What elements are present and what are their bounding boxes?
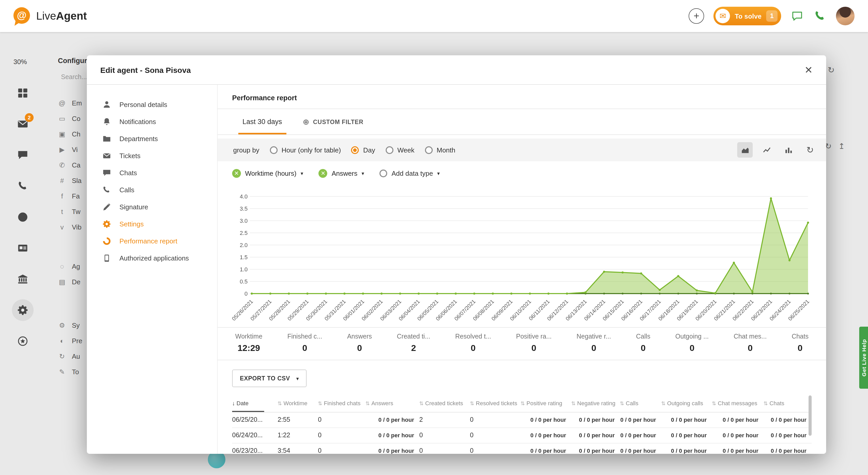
col-chat-messages[interactable]: ⇅Chat messages (712, 394, 764, 412)
modal-nav-calls[interactable]: Calls (87, 182, 217, 198)
logo-bubble-icon: @ (13, 7, 31, 25)
left-rail: 30% 2 (0, 32, 45, 475)
col-answers[interactable]: ⇅Answers (366, 394, 419, 412)
modal-nav-signature[interactable]: Signature (87, 198, 217, 216)
sort-icon: ⇅ (366, 401, 370, 406)
rail-contacts[interactable] (0, 232, 45, 263)
export-to-csv-button[interactable]: EXPORT TO CSV ▾ (232, 370, 307, 387)
slack-icon: # (58, 177, 66, 184)
to-solve-button[interactable]: ✉ To solve 1 (713, 7, 781, 25)
modal-nav-departments[interactable]: Departments (87, 130, 217, 147)
section-title: Performance report (218, 85, 826, 109)
svg-text:3.0: 3.0 (240, 218, 248, 224)
close-icon[interactable]: ✕ (804, 65, 813, 75)
topbar-actions: + ✉ To solve 1 (689, 7, 855, 25)
rail-chats[interactable] (0, 139, 45, 170)
svg-text:4.0: 4.0 (240, 193, 248, 200)
tab-custom-filter[interactable]: ⊕ CUSTOM FILTER (303, 109, 364, 134)
rail-premium[interactable] (0, 326, 45, 357)
config-item-pre[interactable]: ◐Pre (58, 333, 82, 348)
modal-nav-notifications[interactable]: Notifications (87, 113, 217, 130)
add-new-button[interactable]: + (689, 8, 704, 24)
chip-answers[interactable]: ✕Answers▾ (319, 169, 364, 178)
table-row: 06/24/20...1:2200 / 0 per hour000 / 0 pe… (232, 428, 812, 443)
config-item-ag[interactable]: ◌Ag (58, 258, 82, 274)
search-input[interactable]: Search... (61, 73, 87, 81)
config-item-tw[interactable]: tTw (58, 204, 82, 219)
config-item-ca[interactable]: ✆Ca (58, 157, 82, 172)
chats-header-button[interactable] (790, 9, 804, 23)
table-scrollbar[interactable] (809, 395, 812, 436)
line-chart-icon[interactable] (759, 142, 774, 158)
config-item-co[interactable]: ▭Co (58, 110, 82, 126)
modal-nav-chats[interactable]: Chats (87, 164, 217, 182)
col-negative-rating[interactable]: ⇅Negative rating (571, 394, 620, 412)
to-solve-label: To solve (735, 12, 762, 20)
tab-last-30-days[interactable]: Last 30 days (243, 109, 282, 134)
get-live-help-tab[interactable]: Get Live Help (859, 327, 868, 389)
area-chart-icon[interactable] (737, 142, 753, 158)
summary-row: Worktime12:29Finished c...0Answers0Creat… (218, 327, 826, 360)
config-item-to[interactable]: ✎To (58, 364, 82, 379)
refresh-icon[interactable]: ↻ (802, 142, 818, 158)
col-chats[interactable]: ⇅Chats (764, 394, 812, 412)
config-item-sla[interactable]: #Sla (58, 172, 82, 188)
modal-nav-personal-details[interactable]: Personal details (87, 96, 217, 113)
modal-nav-authorized-applications[interactable]: Authorized applications (87, 250, 217, 267)
remove-icon[interactable]: ✕ (232, 169, 241, 178)
rail-history[interactable] (0, 201, 45, 232)
radio-icon (351, 146, 359, 154)
rail-settings[interactable] (0, 295, 45, 326)
refresh-icon[interactable]: ↻ (828, 65, 835, 75)
calls-header-button[interactable] (813, 9, 827, 23)
sort-icon: ⇅ (620, 401, 624, 406)
col-date[interactable]: ↓Date (232, 394, 278, 412)
group-by-day[interactable]: Day (351, 146, 375, 154)
rail-calls[interactable] (0, 170, 45, 201)
config-item-au[interactable]: ↻Au (58, 348, 82, 364)
col-worktime[interactable]: ⇅Worktime (278, 394, 318, 412)
chip-worktime-hours[interactable]: ✕Worktime (hours)▾ (232, 169, 303, 178)
group-by-month[interactable]: Month (425, 146, 455, 154)
config-item-vib[interactable]: vVib (58, 219, 82, 235)
user-avatar[interactable] (836, 7, 855, 25)
add-data-type[interactable]: Add data type▾ (380, 169, 440, 177)
col-outgoing-calls[interactable]: ⇅Outgoing calls (661, 394, 712, 412)
modal-nav-performance-report[interactable]: Performance report (87, 232, 217, 250)
group-by-week[interactable]: Week (385, 146, 414, 154)
scroll-top-icon[interactable]: ↥ (838, 141, 845, 151)
group-by-hour-only-for-table[interactable]: Hour (only for table) (270, 146, 341, 154)
bar-chart-icon[interactable] (781, 142, 796, 158)
calls-icon: ✆ (58, 161, 66, 169)
config-item-sy[interactable]: ⚙Sy (58, 317, 82, 333)
modal-title: Edit agent - Sona Pisova (100, 65, 191, 74)
chevron-down-icon[interactable]: ▾ (301, 170, 303, 176)
viber-icon: v (58, 223, 66, 231)
modal-nav-settings[interactable]: Settings (87, 216, 217, 232)
rail-billing[interactable] (0, 263, 45, 295)
config-item-em[interactable]: @Em (58, 95, 82, 110)
modal-nav: Personal detailsNotificationsDepartments… (87, 85, 217, 454)
config-item-ch[interactable]: ▣Ch (58, 126, 82, 141)
col-finished-chats[interactable]: ⇅Finished chats (318, 394, 366, 412)
config-item-vi[interactable]: ▶Vi (58, 141, 82, 157)
col-positive-rating[interactable]: ⇅Positive rating (521, 394, 571, 412)
sort-icon: ⇅ (419, 401, 424, 406)
summary-outgoing: Outgoing ...0 (675, 333, 709, 353)
remove-icon[interactable]: ✕ (319, 169, 328, 178)
chevron-down-icon[interactable]: ▾ (362, 170, 364, 176)
email-icon: @ (58, 99, 66, 107)
chat-outline-icon (791, 10, 803, 22)
config-item-fa[interactable]: fFa (58, 188, 82, 204)
liveagent-logo[interactable]: @ LiveAgent (13, 7, 87, 25)
modal-nav-tickets[interactable]: Tickets (87, 147, 217, 164)
sort-icon: ⇅ (470, 401, 474, 406)
col-created-tickets[interactable]: ⇅Created tickets (419, 394, 470, 412)
rail-tickets[interactable]: 2 (0, 108, 45, 139)
col-calls[interactable]: ⇅Calls (620, 394, 661, 412)
svg-text:0: 0 (245, 290, 248, 297)
col-resolved-tickets[interactable]: ⇅Resolved tickets (470, 394, 521, 412)
rail-dashboard[interactable] (0, 77, 45, 108)
phone-outline-icon (814, 10, 826, 22)
config-item-de[interactable]: ▤De (58, 274, 82, 289)
